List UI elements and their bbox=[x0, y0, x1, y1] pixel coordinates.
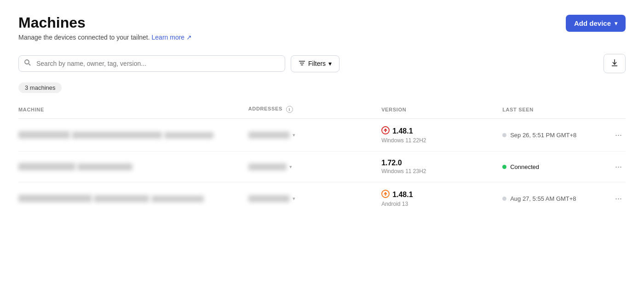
version-number: 1.48.1 bbox=[381, 190, 502, 200]
table-row: xiaomi 13 pro dimensity hnwlehx@gmail.co… bbox=[18, 182, 626, 215]
row-actions-button[interactable]: ··· bbox=[611, 128, 626, 142]
learn-more-link[interactable]: Learn more ↗ bbox=[152, 34, 192, 41]
version-value: 1.48.1 bbox=[392, 191, 413, 199]
row-actions-button[interactable]: ··· bbox=[611, 192, 626, 205]
download-icon bbox=[610, 58, 619, 69]
update-icon bbox=[381, 190, 390, 200]
machine-count-badge: 3 machines bbox=[18, 82, 62, 93]
svg-line-1 bbox=[29, 64, 31, 66]
last-seen-value: Sep 26, 5:51 PM GMT+8 bbox=[510, 132, 576, 139]
version-os: Windows 11 23H2 bbox=[381, 168, 502, 174]
address-value: 100.68.122.117 bbox=[248, 195, 290, 202]
add-device-label: Add device bbox=[574, 19, 611, 27]
machine-cell: laptop-n7fvu8nvl u4ff7utufhpruatervwu ap… bbox=[18, 119, 248, 151]
version-cell: 1.72.0 Windows 11 23H2 bbox=[381, 151, 502, 182]
search-icon bbox=[24, 59, 31, 68]
address-expand-icon[interactable]: ▾ bbox=[293, 132, 295, 138]
address-value: 100.79.114.23 bbox=[248, 163, 287, 170]
machines-table: MACHINE ADDRESSES i VERSION LAST SEEN la… bbox=[18, 102, 626, 215]
table-row: laptop-n7fvu8nvl u4ff7utufhpruatervwu ap… bbox=[18, 119, 626, 151]
page-subtitle: Manage the devices connected to your tai… bbox=[18, 34, 192, 41]
machine-expiry: Expires Mar 1, 2026 bbox=[164, 132, 213, 139]
actions-cell: ··· bbox=[611, 119, 626, 151]
subtitle-text: Manage the devices connected to your tai… bbox=[18, 34, 150, 41]
filters-chevron-icon: ▾ bbox=[328, 60, 332, 67]
svg-point-0 bbox=[25, 60, 29, 64]
row-actions-button[interactable]: ··· bbox=[611, 160, 626, 174]
status-dot bbox=[502, 197, 506, 201]
toolbar: Filters ▾ bbox=[18, 54, 626, 73]
actions-cell: ··· bbox=[611, 182, 626, 215]
machine-owner: hnwlehx@gmail.com bbox=[94, 195, 149, 202]
version-os: Windows 11 22H2 bbox=[381, 137, 502, 144]
col-header-lastseen: LAST SEEN bbox=[502, 102, 611, 119]
last-seen-cell: Sep 26, 5:51 PM GMT+8 bbox=[502, 119, 611, 151]
address-expand-icon[interactable]: ▾ bbox=[289, 164, 292, 170]
last-seen-value: Aug 27, 5:55 AM GMT+8 bbox=[510, 195, 576, 202]
version-value: 1.48.1 bbox=[392, 127, 413, 135]
version-cell: 1.48.1 Windows 11 22H2 bbox=[381, 119, 502, 151]
machine-name: laptop-n7fvu8nvl bbox=[18, 131, 70, 139]
machine-cell: desktop-n7pbo011 hnwlehx@gmail.com bbox=[18, 151, 248, 182]
last-seen-content: Aug 27, 5:55 AM GMT+8 bbox=[502, 195, 611, 202]
filters-button[interactable]: Filters ▾ bbox=[291, 55, 339, 72]
chevron-down-icon: ▾ bbox=[615, 20, 617, 27]
address-cell: 100.121.57.100 ▾ bbox=[248, 119, 381, 151]
col-header-machine: MACHINE bbox=[18, 102, 248, 119]
machine-name: desktop-n7pbo011 bbox=[18, 163, 75, 170]
filter-icon bbox=[299, 60, 305, 68]
last-seen-content: Connected bbox=[502, 163, 611, 170]
last-seen-value: Connected bbox=[510, 163, 539, 170]
address-expand-icon[interactable]: ▾ bbox=[293, 196, 295, 202]
update-icon bbox=[381, 126, 390, 136]
version-number: 1.48.1 bbox=[381, 126, 502, 136]
status-dot bbox=[502, 165, 506, 169]
table-header-row: MACHINE ADDRESSES i VERSION LAST SEEN bbox=[18, 102, 626, 119]
version-cell: 1.48.1 Android 13 bbox=[381, 182, 502, 215]
page-title: Machines bbox=[18, 15, 192, 31]
col-header-addresses: ADDRESSES i bbox=[248, 102, 381, 119]
last-seen-content: Sep 26, 5:51 PM GMT+8 bbox=[502, 132, 611, 139]
last-seen-cell: Aug 27, 5:55 AM GMT+8 bbox=[502, 182, 611, 215]
address-value: 100.121.57.100 bbox=[248, 132, 290, 139]
col-header-actions bbox=[611, 102, 626, 119]
filters-label: Filters bbox=[308, 60, 326, 67]
machine-expiry: Expires Aug 26, 2025 bbox=[151, 196, 204, 202]
address-cell: 100.68.122.117 ▾ bbox=[248, 182, 381, 215]
search-wrapper bbox=[18, 55, 285, 72]
machine-cell: xiaomi 13 pro dimensity hnwlehx@gmail.co… bbox=[18, 182, 248, 215]
last-seen-cell: Connected bbox=[502, 151, 611, 182]
search-input[interactable] bbox=[18, 55, 285, 72]
download-button[interactable] bbox=[604, 54, 626, 73]
address-cell: 100.79.114.23 ▾ bbox=[248, 151, 381, 182]
version-value: 1.72.0 bbox=[381, 159, 402, 167]
version-os: Android 13 bbox=[381, 201, 502, 207]
machine-name: xiaomi 13 pro dimensity bbox=[18, 195, 92, 202]
add-device-button[interactable]: Add device ▾ bbox=[566, 15, 626, 32]
actions-cell: ··· bbox=[611, 151, 626, 182]
col-header-version: VERSION bbox=[381, 102, 502, 119]
status-dot bbox=[502, 133, 506, 137]
addresses-info-icon[interactable]: i bbox=[286, 106, 293, 113]
machine-owner: hnwlehx@gmail.com bbox=[77, 163, 132, 170]
addresses-label: ADDRESSES bbox=[248, 106, 282, 112]
machine-owner: u4ff7utufhpruatervwu appleid.com bbox=[72, 132, 162, 139]
version-number: 1.72.0 bbox=[381, 159, 502, 167]
table-row: desktop-n7pbo011 hnwlehx@gmail.com 100.7… bbox=[18, 151, 626, 182]
